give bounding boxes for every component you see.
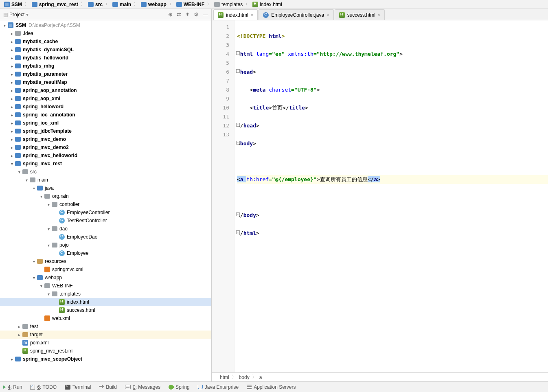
tree-arrow-icon[interactable]: ▸ bbox=[9, 88, 15, 93]
tree-item[interactable]: ▸mybatis_cache bbox=[0, 37, 211, 46]
tree-item[interactable]: ▸mybatis_resultMap bbox=[0, 78, 211, 86]
tree-arrow-icon[interactable]: ▸ bbox=[9, 39, 15, 44]
project-tree[interactable]: ▾SSMD:\ideaPorject\Apr\SSM▸.idea▸mybatis… bbox=[0, 20, 211, 381]
project-panel-title[interactable]: Project bbox=[9, 12, 24, 18]
tree-item[interactable]: ▾spring_mvc_rest bbox=[0, 160, 211, 168]
tree-item[interactable]: ▾templates bbox=[0, 290, 211, 298]
toolwindow-messages[interactable]: 0: Messages bbox=[125, 384, 160, 390]
fold-icon[interactable]: - bbox=[236, 51, 240, 55]
tree-arrow-icon[interactable]: ▸ bbox=[9, 80, 15, 85]
tree-item[interactable]: ▾SSMD:\ideaPorject\Apr\SSM bbox=[0, 21, 211, 29]
tree-arrow-icon[interactable]: ▸ bbox=[16, 324, 22, 329]
panel-tool-button[interactable]: — bbox=[203, 11, 208, 18]
fold-icon[interactable]: - bbox=[236, 69, 240, 73]
tree-item[interactable]: ▸spring_helloword bbox=[0, 103, 211, 111]
close-icon[interactable]: × bbox=[378, 13, 380, 18]
panel-tool-button[interactable]: ⚙ bbox=[194, 11, 199, 18]
editor-crumb-item[interactable]: body bbox=[239, 374, 250, 380]
tree-arrow-icon[interactable]: ▾ bbox=[38, 284, 44, 288]
tree-item[interactable]: ▸.idea bbox=[0, 29, 211, 37]
tree-item[interactable]: ▸spring_aop_annotation bbox=[0, 86, 211, 94]
close-icon[interactable]: × bbox=[251, 13, 253, 18]
tree-item[interactable]: ▸success.html bbox=[0, 306, 211, 314]
tree-item[interactable]: ▸spring_mvc_rest.iml bbox=[0, 347, 211, 355]
toolwindow-jee[interactable]: Java Enterprise bbox=[198, 384, 239, 390]
tree-item[interactable]: ▸spring_mvc_scopeObject bbox=[0, 355, 211, 363]
tree-item[interactable]: ▸Employee bbox=[0, 249, 211, 257]
tree-item[interactable]: ▸target bbox=[0, 331, 211, 339]
tree-item[interactable]: ▸spring_jdbcTemplate bbox=[0, 127, 211, 135]
tree-arrow-icon[interactable]: ▸ bbox=[9, 56, 15, 60]
tree-arrow-icon[interactable]: ▸ bbox=[9, 137, 15, 142]
tree-item[interactable]: ▸index.html bbox=[0, 298, 211, 306]
tree-item[interactable]: ▾dao bbox=[0, 225, 211, 233]
tree-arrow-icon[interactable]: ▾ bbox=[24, 178, 29, 182]
tree-item[interactable]: ▸web.xml bbox=[0, 314, 211, 322]
tree-item[interactable]: ▸spring_ioc_xml bbox=[0, 119, 211, 127]
panel-tool-button[interactable]: ✶ bbox=[185, 11, 190, 18]
tree-item[interactable]: ▸mybatis_mbg bbox=[0, 62, 211, 70]
tree-item[interactable]: ▾resources bbox=[0, 257, 211, 265]
close-icon[interactable]: × bbox=[327, 13, 329, 18]
editor-tab[interactable]: success.html× bbox=[335, 9, 385, 20]
tree-arrow-icon[interactable]: ▾ bbox=[46, 292, 51, 296]
editor-tab[interactable]: EmployeeController.java× bbox=[259, 9, 334, 20]
tree-item[interactable]: ▸mpom.xml bbox=[0, 339, 211, 347]
tree-arrow-icon[interactable]: ▸ bbox=[9, 357, 15, 361]
breadcrumb-item[interactable]: spring_mvc_rest bbox=[30, 2, 80, 7]
tree-item[interactable]: ▸spring_mvc_demo bbox=[0, 135, 211, 143]
breadcrumb-item[interactable]: index.html bbox=[251, 2, 284, 7]
tree-item[interactable]: ▸test bbox=[0, 322, 211, 331]
tree-arrow-icon[interactable]: ▾ bbox=[38, 194, 44, 199]
tree-arrow-icon[interactable]: ▸ bbox=[9, 145, 15, 150]
panel-tool-button[interactable]: ⇄ bbox=[177, 11, 181, 18]
tree-arrow-icon[interactable]: ▸ bbox=[9, 113, 15, 117]
tree-arrow-icon[interactable]: ▾ bbox=[31, 276, 37, 280]
tree-arrow-icon[interactable]: ▾ bbox=[31, 259, 37, 264]
tree-arrow-icon[interactable]: ▸ bbox=[9, 129, 15, 134]
breadcrumb-item[interactable]: src bbox=[86, 2, 104, 7]
toolwindow-todo[interactable]: 6: TODO bbox=[30, 384, 57, 390]
tree-arrow-icon[interactable]: ▸ bbox=[9, 96, 15, 101]
tree-item[interactable]: ▾pojo bbox=[0, 241, 211, 249]
fold-icon[interactable]: - bbox=[236, 212, 240, 216]
breadcrumb-item[interactable]: SSM bbox=[2, 2, 24, 7]
tree-arrow-icon[interactable]: ▾ bbox=[46, 202, 51, 207]
tree-arrow-icon[interactable]: ▸ bbox=[9, 48, 15, 52]
tree-item[interactable]: ▸TestRestController bbox=[0, 217, 211, 225]
fold-icon[interactable]: - bbox=[236, 230, 240, 234]
tree-item[interactable]: ▸mybatis_dynamicSQL bbox=[0, 46, 211, 54]
toolwindow-terminal[interactable]: Terminal bbox=[65, 384, 91, 390]
tree-item[interactable]: ▸mybatis_helloworld bbox=[0, 54, 211, 62]
breadcrumb-item[interactable]: main bbox=[111, 2, 133, 7]
tree-item[interactable]: ▾webapp bbox=[0, 274, 211, 282]
editor-tab[interactable]: index.html× bbox=[213, 9, 258, 20]
tree-arrow-icon[interactable]: ▾ bbox=[31, 186, 37, 191]
tree-item[interactable]: ▾src bbox=[0, 168, 211, 176]
tree-arrow-icon[interactable]: ▸ bbox=[9, 105, 15, 109]
fold-icon[interactable]: - bbox=[236, 123, 240, 127]
tree-arrow-icon[interactable]: ▸ bbox=[9, 31, 15, 36]
breadcrumb-item[interactable]: templates bbox=[213, 2, 244, 7]
tree-item[interactable]: ▸EmployeeDao bbox=[0, 233, 211, 241]
tree-arrow-icon[interactable]: ▾ bbox=[16, 170, 22, 174]
tree-arrow-icon[interactable]: ▾ bbox=[46, 227, 51, 231]
tree-item[interactable]: ▾controller bbox=[0, 200, 211, 208]
editor-crumb-item[interactable]: a bbox=[259, 374, 262, 380]
tree-arrow-icon[interactable]: ▸ bbox=[9, 72, 15, 77]
editor-crumb-item[interactable]: html bbox=[220, 374, 229, 380]
tree-arrow-icon[interactable]: ▾ bbox=[9, 162, 15, 166]
tree-item[interactable]: ▾org.rain bbox=[0, 192, 211, 200]
tree-arrow-icon[interactable]: ▸ bbox=[9, 64, 15, 68]
tree-item[interactable]: ▾java bbox=[0, 184, 211, 192]
tree-item[interactable]: ▸EmployeeController bbox=[0, 208, 211, 217]
toolwindow-build[interactable]: Build bbox=[99, 384, 117, 390]
tree-arrow-icon[interactable]: ▾ bbox=[46, 243, 51, 247]
tree-item[interactable]: ▸spring_mvc_demo2 bbox=[0, 143, 211, 151]
tree-arrow-icon[interactable]: ▸ bbox=[9, 153, 15, 158]
toolwindow-appserv[interactable]: Application Servers bbox=[247, 384, 296, 390]
tree-item[interactable]: ▸spring_mvc_helloworld bbox=[0, 151, 211, 160]
tree-item[interactable]: ▾main bbox=[0, 176, 211, 184]
fold-icon[interactable]: - bbox=[236, 141, 240, 145]
tree-item[interactable]: ▸mybatis_parameter bbox=[0, 70, 211, 78]
